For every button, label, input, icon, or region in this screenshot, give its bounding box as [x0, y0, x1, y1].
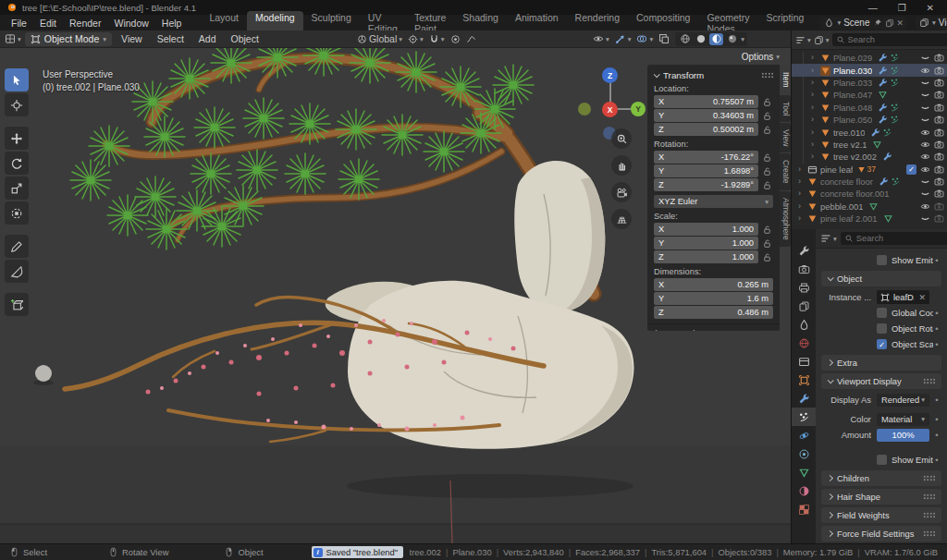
tab-scene-properties[interactable]: [792, 315, 816, 334]
section-hair-shape[interactable]: Hair Shape: [821, 489, 941, 505]
hide-eye-icon[interactable]: [920, 103, 930, 113]
amount-slider[interactable]: 100%: [877, 429, 929, 442]
tab-render-properties[interactable]: [792, 260, 816, 278]
show-eye-icon[interactable]: [920, 201, 930, 212]
tab-data-properties[interactable]: [792, 463, 816, 481]
outliner-row[interactable]: ›pine leaf 2.001: [792, 213, 947, 225]
menu-render[interactable]: Render: [63, 18, 107, 29]
hide-eye-icon[interactable]: [920, 90, 930, 100]
lock-icon[interactable]: [761, 238, 773, 249]
expand-arrow-icon[interactable]: ›: [811, 67, 818, 75]
dimensions-z-field[interactable]: Z0.486 m: [654, 306, 773, 319]
pivot-point-dropdown[interactable]: ▾: [408, 34, 424, 44]
outliner-row[interactable]: ›tree.010: [792, 126, 947, 138]
render-camera-icon[interactable]: [934, 78, 944, 88]
expand-arrow-icon[interactable]: ›: [798, 214, 805, 223]
outliner-row[interactable]: ›pebble.001: [792, 201, 947, 213]
rotation-mode-dropdown[interactable]: XYZ Euler▾: [654, 195, 773, 208]
minimize-button[interactable]: —: [868, 3, 878, 13]
outliner-row[interactable]: ›concrete floor.001: [792, 188, 947, 200]
pin-icon[interactable]: [873, 18, 882, 28]
expand-arrow-icon[interactable]: ›: [811, 140, 818, 149]
panel-grip[interactable]: [923, 475, 935, 481]
menu-window[interactable]: Window: [107, 18, 154, 29]
panel-grip[interactable]: [761, 330, 773, 331]
section-children[interactable]: Children: [821, 470, 941, 486]
render-camera-icon[interactable]: [934, 90, 944, 100]
view-layer-selector[interactable]: ▾ ViewLayer ✕: [916, 17, 947, 30]
outliner-display-mode-dropdown[interactable]: ▾: [795, 35, 811, 45]
tab-view-layer-properties[interactable]: [792, 297, 816, 315]
show-eye-icon[interactable]: [920, 66, 930, 76]
tab-collection-properties[interactable]: [792, 352, 816, 371]
outliner-search[interactable]: [832, 33, 947, 46]
clear-object-icon[interactable]: ✕: [918, 293, 926, 302]
collection-checkbox[interactable]: ✓: [906, 164, 916, 175]
render-disabled-camera-icon[interactable]: [934, 201, 944, 212]
gizmo-y-axis[interactable]: Y: [631, 102, 646, 116]
tab-create[interactable]: Create: [780, 153, 791, 190]
menu-select[interactable]: Select: [152, 33, 190, 44]
lock-icon[interactable]: [761, 152, 773, 163]
gizmos-toggle[interactable]: ▾: [615, 33, 632, 44]
expand-arrow-icon[interactable]: ›: [811, 91, 818, 99]
properties-search-input[interactable]: [856, 234, 947, 243]
properties-editor-type-button[interactable]: ▾: [820, 233, 837, 244]
tab-atmosphere[interactable]: Atmosphere: [780, 191, 791, 247]
object-visibility-dropdown[interactable]: ▾: [593, 33, 609, 44]
shading-material-preview-button[interactable]: [709, 33, 723, 45]
section-field-weights[interactable]: Field Weights: [821, 507, 941, 523]
outliner-row[interactable]: ›tree v2.002: [792, 151, 947, 163]
dimensions-x-field[interactable]: X0.265 m: [654, 278, 773, 291]
render-disabled-camera-icon[interactable]: [934, 213, 944, 224]
render-camera-icon[interactable]: [934, 140, 944, 150]
panel-grip[interactable]: [923, 530, 935, 537]
expand-arrow-icon[interactable]: ›: [798, 189, 805, 198]
location-z-field[interactable]: Z0.50002 m: [654, 123, 758, 136]
rotation-z-field[interactable]: Z-1.9289°: [654, 178, 758, 191]
xray-toggle[interactable]: [658, 33, 670, 44]
outliner-row[interactable]: ›Plane.048: [792, 102, 947, 114]
render-camera-icon[interactable]: [934, 152, 944, 162]
expand-arrow-icon[interactable]: ›: [811, 79, 818, 87]
transform-panel-header[interactable]: Transform: [654, 70, 773, 80]
navigation-gizmo[interactable]: Z X Y: [575, 66, 646, 136]
outliner-filter-mode-dropdown[interactable]: ▾: [814, 35, 830, 45]
tab-tool[interactable]: Tool: [780, 95, 791, 123]
location-x-field[interactable]: X0.75507 m: [654, 95, 758, 108]
maximize-button[interactable]: ❐: [898, 3, 906, 13]
outliner-row[interactable]: ›Plane.033: [792, 77, 947, 89]
expand-arrow-icon[interactable]: ›: [811, 54, 818, 62]
hide-eye-icon[interactable]: [920, 78, 930, 88]
properties-search[interactable]: [841, 232, 947, 245]
location-y-field[interactable]: Y0.34603 m: [654, 109, 758, 122]
scene-selector[interactable]: ▾ Scene ✕: [820, 17, 907, 30]
tool-rotate[interactable]: [5, 152, 29, 175]
tab-material-properties[interactable]: [792, 481, 816, 500]
snap-toggle[interactable]: ▾: [429, 34, 445, 44]
render-camera-icon[interactable]: [934, 177, 944, 187]
unlink-scene-icon[interactable]: ✕: [897, 18, 904, 28]
tool-scale[interactable]: [5, 177, 29, 200]
orientation-dropdown[interactable]: Global ▾: [357, 33, 402, 44]
expand-arrow-icon[interactable]: ›: [798, 177, 805, 186]
render-camera-icon[interactable]: [934, 164, 944, 175]
mode-dropdown[interactable]: Object Mode ▾: [25, 32, 112, 46]
hide-eye-icon[interactable]: [920, 189, 930, 199]
gizmo-x-axis[interactable]: X: [602, 102, 618, 117]
camera-view-button[interactable]: [611, 182, 632, 202]
display-as-dropdown[interactable]: Rendered▾: [877, 394, 929, 407]
menu-add[interactable]: Add: [193, 33, 222, 44]
tab-output-properties[interactable]: [792, 278, 816, 297]
tool-annotate[interactable]: [5, 235, 29, 258]
outliner-row-active[interactable]: ›Plane.030: [792, 64, 947, 76]
show-eye-icon[interactable]: [920, 140, 930, 150]
expand-arrow-icon[interactable]: ›: [811, 128, 818, 137]
outliner-row[interactable]: ›Plane.047: [792, 89, 947, 101]
lock-icon[interactable]: [761, 111, 773, 121]
menu-view[interactable]: View: [116, 33, 148, 44]
outliner-row[interactable]: ›Plane.050: [792, 114, 947, 126]
lock-icon[interactable]: [761, 252, 773, 262]
menu-help[interactable]: Help: [155, 18, 189, 29]
panel-grip[interactable]: [923, 493, 935, 500]
